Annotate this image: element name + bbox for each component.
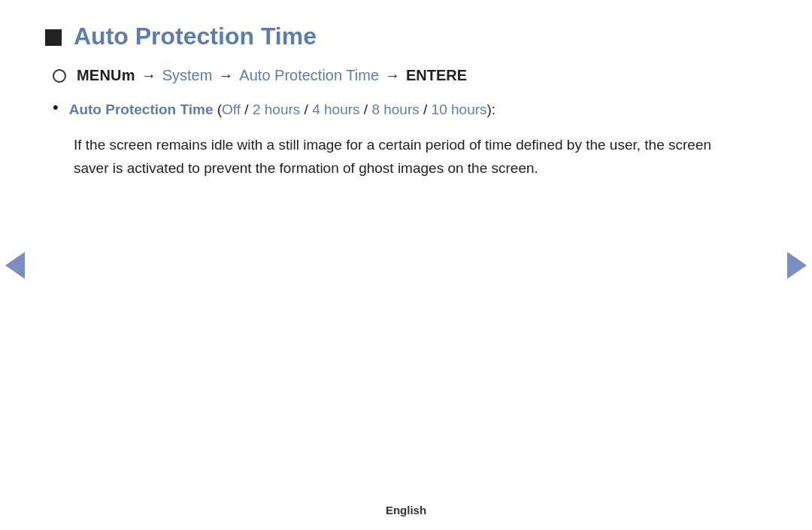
arrow-3: →	[385, 67, 400, 84]
bullet-content: Auto Protection Time (Off / 2 hours / 4 …	[69, 99, 495, 121]
black-square-icon	[45, 29, 62, 46]
enter-label: ENTERE	[406, 67, 467, 84]
close-paren: ):	[487, 101, 496, 117]
menu-path-row: MENUm → System → Auto Protection Time → …	[53, 67, 767, 84]
arrow-1: →	[141, 67, 156, 84]
menu-label: MENUm	[77, 67, 135, 84]
bullet-row: • Auto Protection Time (Off / 2 hours / …	[53, 99, 767, 121]
section-title-row: Auto Protection Time	[45, 23, 767, 50]
open-paren: (	[213, 101, 222, 117]
bullet-dot-icon: •	[53, 98, 59, 117]
slash-4: /	[420, 101, 432, 117]
left-arrow-icon	[5, 252, 25, 279]
arrow-2: →	[218, 67, 233, 84]
section-title: Auto Protection Time	[74, 23, 317, 50]
system-link: System	[162, 67, 213, 84]
option-10h: 10 hours	[432, 101, 487, 117]
option-8h: 8 hours	[371, 101, 419, 117]
description-text: If the screen remains idle with a still …	[74, 133, 735, 180]
right-arrow-icon	[787, 252, 807, 279]
nav-right-button[interactable]	[782, 243, 812, 288]
circle-icon	[53, 69, 66, 83]
option-2h: 2 hours	[253, 101, 300, 117]
option-4h: 4 hours	[312, 101, 359, 117]
slash-1: /	[241, 101, 253, 117]
slash-3: /	[360, 101, 372, 117]
slash-2: /	[300, 101, 312, 117]
feature-name-link: Auto Protection Time	[69, 101, 214, 117]
footer-language: English	[386, 504, 426, 516]
apt-path-link: Auto Protection Time	[239, 67, 379, 84]
main-content: Auto Protection Time MENUm → System → Au…	[0, 0, 812, 210]
option-off: Off	[222, 101, 241, 117]
nav-left-button[interactable]	[0, 243, 30, 288]
